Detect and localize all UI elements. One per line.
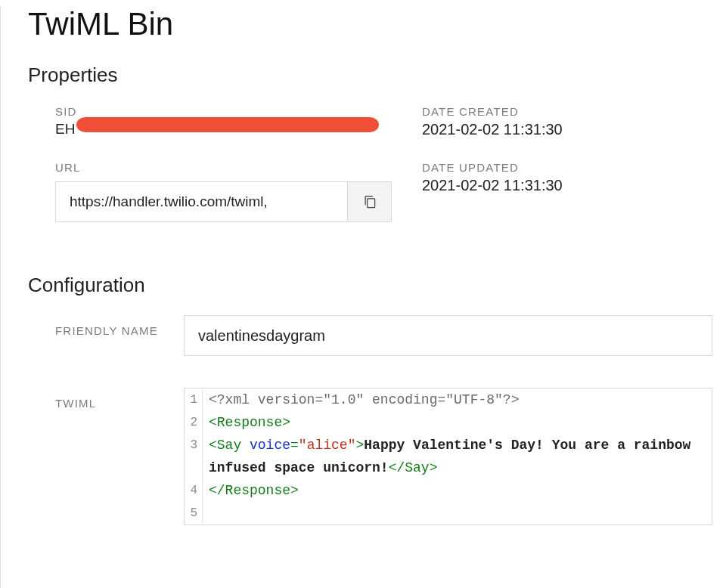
page-title: TwiML Bin — [28, 6, 712, 42]
voice-attr-value: "alice" — [299, 438, 356, 453]
response-close-tag: </Response> — [209, 483, 299, 498]
code-line: 3 <Say voice="alice">Happy Valentine's D… — [185, 434, 712, 479]
code-line: 4 </Response> — [185, 479, 712, 502]
copy-icon — [362, 193, 377, 210]
url-input[interactable] — [56, 182, 347, 221]
line-number: 1 — [185, 388, 203, 411]
copy-url-button[interactable] — [347, 182, 391, 221]
date-created-value: 2021-02-02 11:31:30 — [422, 121, 712, 138]
voice-attr-name: voice — [250, 438, 290, 453]
code-line: 2 <Response> — [185, 411, 712, 434]
equals-sign: = — [290, 438, 299, 453]
say-open-tag: <Say — [209, 438, 250, 453]
friendly-name-input[interactable] — [184, 315, 712, 356]
friendly-name-label: FRIENDLY NAME — [55, 315, 176, 339]
sid-field: SID EH — [55, 105, 392, 138]
line-number: 2 — [185, 411, 203, 434]
url-label: URL — [55, 161, 392, 174]
date-created-field: DATE CREATED 2021-02-02 11:31:30 — [422, 105, 712, 138]
line-number: 5 — [185, 502, 203, 525]
sid-label: SID — [55, 105, 392, 118]
date-updated-value: 2021-02-02 11:31:30 — [422, 177, 712, 194]
configuration-heading: Configuration — [28, 274, 712, 297]
redaction-mark — [76, 117, 379, 132]
code-line: 5 — [185, 502, 712, 525]
properties-section: Properties SID EH DATE CREATED 2021-02-0… — [28, 63, 712, 222]
tag-close-bracket: > — [355, 438, 364, 453]
date-updated-label: DATE UPDATED — [422, 161, 712, 174]
date-created-label: DATE CREATED — [422, 105, 712, 118]
xml-declaration: <?xml version="1.0" encoding="UTF-8"?> — [209, 392, 519, 407]
properties-heading: Properties — [28, 63, 712, 87]
configuration-section: Configuration FRIENDLY NAME TWIML 1 <?xm… — [28, 274, 712, 525]
response-open-tag: <Response> — [209, 415, 290, 430]
twiml-editor[interactable]: 1 <?xml version="1.0" encoding="UTF-8"?>… — [184, 388, 712, 525]
code-line: 1 <?xml version="1.0" encoding="UTF-8"?> — [185, 388, 712, 411]
url-field: URL — [55, 161, 392, 222]
svg-rect-0 — [367, 199, 374, 208]
date-updated-field: DATE UPDATED 2021-02-02 11:31:30 — [422, 161, 712, 222]
say-close-tag: </Say> — [389, 460, 438, 475]
line-number: 4 — [185, 479, 203, 502]
twiml-label: TWIML — [55, 388, 176, 411]
line-number: 3 — [185, 434, 203, 479]
